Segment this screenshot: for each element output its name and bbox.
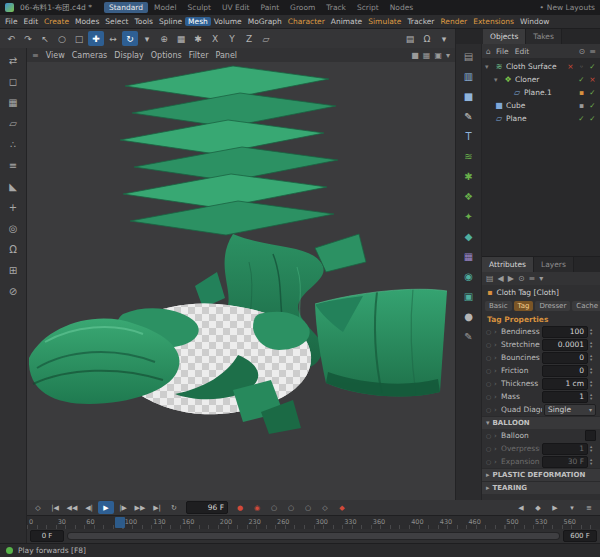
layout-tab[interactable]: Track (321, 2, 351, 13)
prev-key-icon[interactable]: ◀◀ (64, 501, 80, 514)
playhead[interactable] (115, 517, 125, 528)
goto-end-icon[interactable]: ▶| (149, 501, 165, 514)
grid-view-icon[interactable]: ▦ (423, 51, 431, 60)
new-view-icon[interactable]: ▥ (459, 68, 478, 85)
edges-mode-icon[interactable]: ≡ (3, 156, 24, 175)
property-value-field[interactable]: 30 F (542, 456, 588, 468)
menu-item[interactable]: Character (285, 17, 328, 26)
object-row[interactable]: ▱ Plane ✓ ✓ (482, 112, 600, 125)
timeline-ruler[interactable]: 0 30 60 100 130 160 200 230 260 300 330 (27, 515, 600, 529)
volume-icon[interactable]: ◆ (459, 228, 478, 245)
render-settings-icon[interactable]: ✱ (190, 31, 206, 46)
menu-item[interactable]: Simulate (365, 17, 404, 26)
keyframe-dot-icon[interactable] (486, 354, 492, 361)
keyframe-dot-icon[interactable] (486, 432, 492, 439)
move-tool-icon[interactable]: ✚ (88, 31, 104, 46)
object-row[interactable]: ■ Cube ▪ ✓ (482, 99, 600, 112)
axis-x-lock[interactable]: X (207, 31, 223, 46)
viewport-menu-item[interactable]: Filter (189, 51, 209, 60)
viewport-menu-item[interactable]: Cameras (72, 51, 108, 60)
spinner-arrows-icon[interactable] (590, 393, 596, 401)
viewport-layout-icon[interactable]: ▤ (459, 48, 478, 65)
coord-system-icon[interactable]: ⊕ (156, 31, 172, 46)
viewport-menu-item[interactable]: Options (151, 51, 182, 60)
property-dropdown[interactable]: Single (544, 404, 596, 416)
autokey-button[interactable]: ◉ (249, 501, 265, 514)
key-icon[interactable]: ◆ (530, 501, 546, 514)
live-selection-icon[interactable]: ○ (54, 31, 70, 46)
spinner-arrows-icon[interactable] (590, 341, 596, 349)
keyframe-selection-icon[interactable]: ◆ (334, 501, 350, 514)
object-row[interactable]: ▾ ❖ Cloner ✓ × (482, 73, 600, 86)
timeline-scrollbar-thumb[interactable] (68, 533, 559, 539)
camera-view-icon[interactable]: ▣ (434, 51, 442, 60)
keyframe-dot-icon[interactable] (486, 341, 492, 348)
goto-start-icon[interactable]: |◀ (47, 501, 63, 514)
cube-primitive-icon[interactable]: ■ (459, 88, 478, 105)
object-label[interactable]: Plane (506, 114, 575, 123)
property-checkbox[interactable] (585, 430, 596, 441)
property-value-field[interactable]: 1 cm (542, 378, 588, 390)
keyframe-dot-icon[interactable] (486, 406, 492, 413)
object-label[interactable]: Plane.1 (524, 88, 575, 97)
expand-chevron-icon[interactable] (494, 445, 499, 453)
record-position-icon[interactable]: ○ (266, 501, 282, 514)
layout-tab[interactable]: Nodes (385, 2, 418, 13)
search-icon[interactable]: ⊙ (579, 47, 586, 56)
menu-item[interactable]: Window (517, 17, 553, 26)
make-editable-icon[interactable]: ⇄ (3, 51, 24, 70)
expand-chevron-icon[interactable] (494, 367, 499, 375)
menu-item[interactable]: Render (437, 17, 470, 26)
layout-icon[interactable]: ▤ (402, 31, 418, 46)
panel-tab[interactable]: Layers (534, 257, 574, 272)
points-mode-icon[interactable]: ∴ (3, 135, 24, 154)
workplane-icon[interactable]: ▱ (258, 31, 274, 46)
viewport-canvas[interactable] (27, 62, 455, 500)
texture-mode-icon[interactable]: ▦ (3, 93, 24, 112)
object-mark[interactable]: ▪ (577, 88, 586, 97)
object-row[interactable]: ▾ ≋ Cloth Surface × ◦ ✓ (482, 60, 600, 73)
property-value-field[interactable]: 0 (542, 365, 588, 377)
rotate-tool-icon[interactable]: ↻ (122, 31, 138, 46)
cloth-icon[interactable]: ≋ (459, 148, 478, 165)
object-mark[interactable]: ◦ (577, 62, 586, 71)
menu-item[interactable]: Extensions (470, 17, 517, 26)
menu-item[interactable]: Tracker (404, 17, 437, 26)
spinner-arrows-icon[interactable] (590, 367, 596, 375)
panel-menu-icon[interactable]: ▤ (486, 274, 494, 283)
filter-icon[interactable]: ≡ (589, 47, 596, 56)
timeline-menu-icon[interactable]: ≡ (581, 501, 597, 514)
keyframe-dot-icon[interactable] (486, 367, 492, 374)
brush-icon[interactable]: ✎ (459, 328, 478, 345)
polygons-mode-icon[interactable]: ◣ (3, 177, 24, 196)
snap-icon[interactable]: Ω (419, 31, 435, 46)
layout-tab[interactable]: UV Edit (217, 2, 255, 13)
menu-item[interactable]: Animate (328, 17, 365, 26)
menu-item[interactable]: Modes (72, 17, 102, 26)
record-parameter-icon[interactable]: ◇ (317, 501, 333, 514)
object-label[interactable]: Cube (506, 101, 575, 110)
viewport-menu-item[interactable]: Display (114, 51, 144, 60)
collapsed-group-header[interactable]: ▸ PLASTIC DEFORMATION (482, 468, 600, 481)
view-menu-icon[interactable]: ▾ (446, 51, 450, 60)
collapsed-group-header[interactable]: ▸ TEARING (482, 481, 600, 494)
object-label[interactable]: Cloth Surface (506, 62, 564, 71)
expand-chevron-icon[interactable] (494, 354, 499, 362)
expand-chevron-icon[interactable] (494, 406, 499, 414)
toolbar-menu-icon[interactable]: ▾ (436, 31, 452, 46)
layout-tab[interactable]: Model (149, 2, 182, 13)
expand-chevron-icon[interactable] (494, 328, 499, 336)
timeline-scrollbar[interactable] (67, 532, 560, 540)
menu-item[interactable]: Mesh (185, 17, 211, 26)
layout-tab[interactable]: Script (352, 2, 384, 13)
attr-menu-icon[interactable]: ▾ (539, 274, 543, 283)
cube-view-icon[interactable]: ■ (411, 51, 419, 60)
snap-toggle-icon[interactable]: Ω (3, 240, 24, 259)
keyframe-dot-icon[interactable] (486, 458, 492, 465)
mode-tab[interactable]: Cache (572, 301, 600, 311)
scale-tool-icon[interactable]: ↔ (105, 31, 121, 46)
workplane-mode-icon[interactable]: ▱ (3, 114, 24, 133)
layout-tab[interactable]: Standard (104, 2, 148, 13)
keyframe-mode-icon[interactable]: ◇ (30, 501, 46, 514)
menu-item[interactable]: Create (41, 17, 72, 26)
